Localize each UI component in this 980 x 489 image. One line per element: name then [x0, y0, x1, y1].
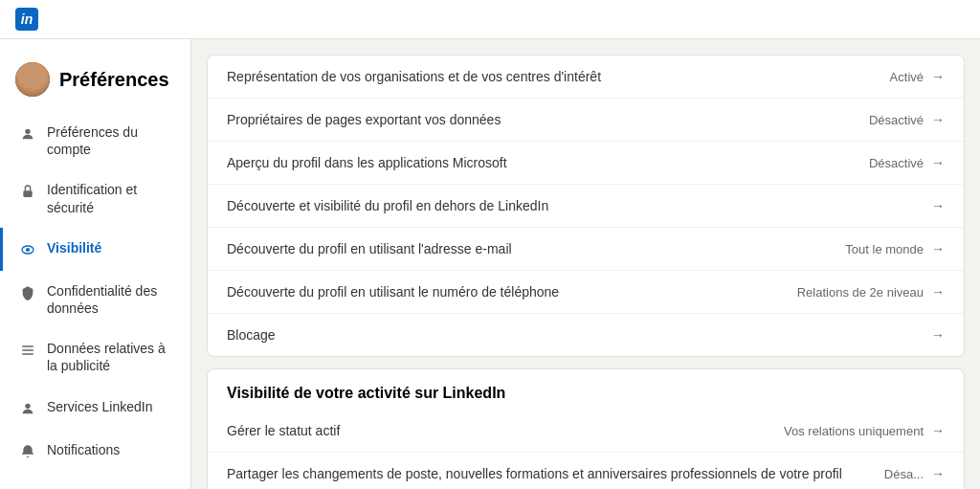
row-active-status-val: Vos relations uniquement	[784, 424, 924, 438]
svg-point-3	[26, 248, 30, 252]
arrow-icon-6: →	[931, 284, 945, 300]
list-icon	[18, 341, 37, 360]
row-job-changes[interactable]: Partager les changements de poste, nouve…	[208, 453, 964, 489]
sidebar-item-visibility[interactable]: Visibilité	[0, 228, 190, 271]
shield-icon	[18, 283, 37, 302]
sidebar-item-notifications-label: Notifications	[47, 441, 120, 458]
activity-section-title: Visibilité de votre activité sur LinkedI…	[208, 369, 964, 410]
svg-rect-6	[22, 353, 33, 354]
row-organisations-status: Activé	[890, 70, 924, 84]
arrow-icon-5: →	[931, 241, 945, 256]
services-icon	[18, 399, 37, 418]
sidebar-item-account-label: Préférences du compte	[47, 123, 175, 158]
row-job-changes-status: Désa...	[884, 467, 924, 481]
row-page-owners[interactable]: Propriétaires de pages exportant vos don…	[208, 99, 964, 142]
linkedin-logo[interactable]: in	[15, 8, 38, 31]
sidebar-item-security[interactable]: Identification et sécurité	[0, 169, 190, 227]
sidebar-item-services-label: Services LinkedIn	[47, 398, 153, 415]
row-microsoft[interactable]: Aperçu du profil dans les applications M…	[208, 142, 964, 185]
arrow-icon-8: →	[931, 423, 945, 438]
svg-rect-1	[23, 191, 32, 198]
sidebar-item-privacy[interactable]: Confidentialité des données	[0, 271, 190, 328]
sidebar-item-account[interactable]: Préférences du compte	[0, 112, 190, 169]
row-email-status: Tout le monde	[845, 242, 924, 256]
sidebar-item-advertising-label: Données relatives à la publicité	[47, 340, 175, 374]
svg-point-0	[25, 129, 30, 134]
arrow-icon-7: →	[931, 327, 945, 343]
sidebar-item-services[interactable]: Services LinkedIn	[0, 387, 190, 430]
row-microsoft-status: Désactivé	[869, 156, 924, 170]
row-phone-status: Relations de 2e niveau	[797, 285, 924, 300]
top-settings-section: Représentation de vos organisations et d…	[207, 55, 965, 357]
arrow-icon-9: →	[931, 466, 945, 481]
account-icon	[18, 124, 37, 144]
svg-point-7	[25, 403, 30, 408]
row-page-owners-status: Désactivé	[869, 113, 924, 127]
sidebar-title: Préférences	[0, 55, 190, 112]
avatar	[15, 62, 50, 97]
sidebar: Préférences Préférences du compte Identi…	[0, 39, 191, 489]
sidebar-item-advertising[interactable]: Données relatives à la publicité	[0, 328, 190, 386]
row-email-discovery[interactable]: Découverte du profil en utilisant l'adre…	[208, 228, 964, 271]
arrow-icon-2: →	[931, 112, 945, 127]
row-blocking[interactable]: Blocage →	[208, 314, 964, 356]
content-area: Représentation de vos organisations et d…	[191, 39, 980, 489]
svg-rect-4	[22, 345, 33, 346]
arrow-icon-4: →	[931, 198, 945, 213]
sidebar-item-notifications[interactable]: Notifications	[0, 430, 190, 473]
arrow-icon-3: →	[931, 155, 945, 170]
row-outside-linkedin[interactable]: Découverte et visibilité du profil en de…	[208, 185, 964, 228]
row-phone-discovery[interactable]: Découverte du profil en utilisant le num…	[208, 271, 964, 314]
lock-icon	[18, 182, 37, 201]
arrow-icon: →	[931, 69, 945, 84]
activity-settings-section: Visibilité de votre activité sur LinkedI…	[207, 368, 965, 489]
bell-icon	[18, 442, 37, 461]
row-organisations[interactable]: Représentation de vos organisations et d…	[208, 56, 964, 99]
sidebar-item-privacy-label: Confidentialité des données	[47, 282, 175, 317]
sidebar-navigation: Préférences du compte Identification et …	[0, 112, 190, 473]
sidebar-item-security-label: Identification et sécurité	[47, 181, 175, 215]
eye-icon	[18, 240, 37, 259]
svg-rect-5	[22, 349, 33, 350]
sidebar-title-text: Préférences	[59, 69, 169, 91]
sidebar-item-visibility-label: Visibilité	[47, 239, 101, 256]
top-bar: in	[0, 0, 980, 39]
row-active-status[interactable]: Gérer le statut actif Vos relations uniq…	[208, 410, 964, 453]
